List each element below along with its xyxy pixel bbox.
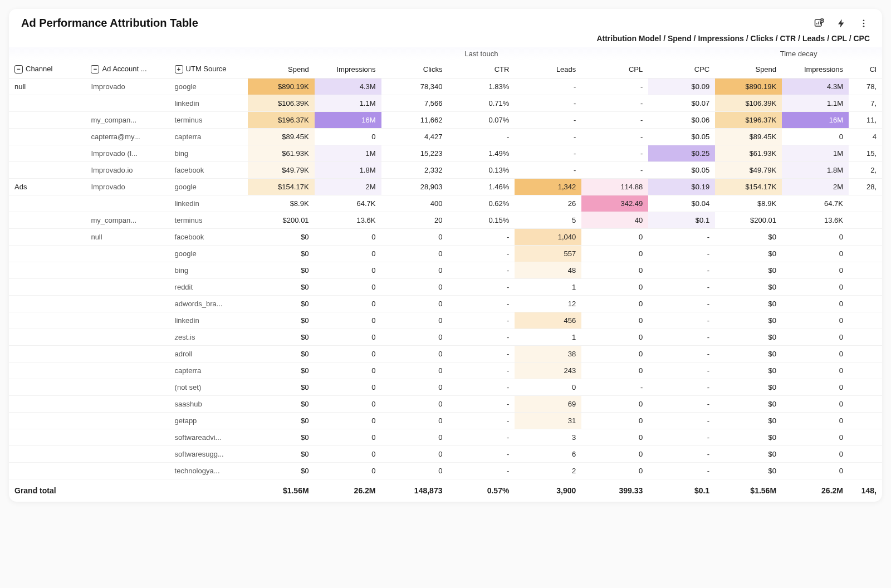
cell-utm-source: google — [169, 179, 248, 195]
cell-metric: 0 — [381, 379, 448, 396]
cell-channel — [9, 329, 85, 346]
cell-metric: $0 — [248, 246, 315, 262]
col-header-impressions[interactable]: Impressions — [315, 60, 381, 79]
cell-metric: 0 — [315, 429, 381, 446]
cell-metric: 0 — [581, 446, 648, 463]
cell-ad-account: Improvado.io — [85, 162, 169, 179]
col-header-spend[interactable]: Spend — [248, 60, 315, 79]
cell-metric: 0 — [782, 379, 849, 396]
cell-metric: $0 — [715, 262, 782, 279]
cell-metric: - — [448, 296, 515, 312]
cell-metric: $154.17K — [715, 179, 782, 195]
table-row: my_compan...terminus$200.0113.6K200.15%5… — [9, 212, 882, 229]
table-row: softwaresugg...$000-60-$00 — [9, 446, 882, 463]
cell-metric: - — [448, 329, 515, 346]
table-row: technologya...$000-20-$00 — [9, 463, 882, 479]
cell-metric: - — [448, 446, 515, 463]
total-clicks: 148,873 — [381, 479, 448, 502]
card-header: Ad Performance Attribution Table — [9, 9, 882, 32]
col-header-ad-account[interactable]: −Ad Account ... — [85, 60, 169, 79]
expand-utm-icon[interactable]: + — [175, 65, 183, 74]
cell-metric: - — [648, 312, 715, 329]
cell-metric: - — [515, 95, 581, 112]
cell-utm-source: adroll — [169, 346, 248, 362]
cell-metric: 0 — [315, 229, 381, 246]
cell-channel — [9, 312, 85, 329]
cell-metric: 0 — [315, 396, 381, 413]
cell-metric: 4.3M — [315, 79, 381, 95]
cell-metric: - — [648, 463, 715, 479]
col-header-cpc[interactable]: CPC — [648, 60, 715, 79]
cell-metric: - — [448, 129, 515, 145]
cell-metric: 28, — [849, 179, 882, 195]
svg-point-2 — [863, 19, 865, 21]
more-menu-icon[interactable] — [858, 17, 870, 30]
cell-metric: 243 — [515, 362, 581, 379]
cell-metric: 0 — [381, 229, 448, 246]
col-header-ctr[interactable]: CTR — [448, 60, 515, 79]
card-title: Ad Performance Attribution Table — [21, 17, 198, 30]
table-row: adwords_bra...$000-120-$00 — [9, 296, 882, 312]
cell-metric: - — [581, 79, 648, 95]
cell-metric: $0.05 — [648, 162, 715, 179]
cell-metric: 0 — [381, 396, 448, 413]
collapse-channel-icon[interactable]: − — [14, 65, 23, 74]
cell-metric: - — [448, 279, 515, 296]
cell-utm-source: technologya... — [169, 463, 248, 479]
cell-channel — [9, 362, 85, 379]
cell-metric: 0 — [782, 446, 849, 463]
cell-metric — [849, 246, 882, 262]
cell-metric: $0 — [715, 229, 782, 246]
cell-metric: 0 — [581, 429, 648, 446]
cell-ad-account — [85, 262, 169, 279]
cell-metric: - — [448, 463, 515, 479]
col-header-utm-source[interactable]: +UTM Source — [169, 60, 248, 79]
cell-metric: $106.39K — [715, 95, 782, 112]
lightning-icon[interactable] — [835, 17, 848, 30]
cell-metric: - — [648, 362, 715, 379]
cell-metric — [849, 379, 882, 396]
col-header-channel[interactable]: −Channel — [9, 60, 85, 79]
cell-metric: - — [448, 246, 515, 262]
col-header-cpl[interactable]: CPL — [581, 60, 648, 79]
table-row: nullfacebook$000-1,0400-$00 — [9, 229, 882, 246]
table-body: nullImprovadogoogle$890.19K4.3M78,3401.8… — [9, 79, 882, 479]
col-header-leads[interactable]: Leads — [515, 60, 581, 79]
col-header-impressions-td[interactable]: Impressions — [782, 60, 849, 79]
cell-channel — [9, 262, 85, 279]
cell-metric: 0 — [581, 396, 648, 413]
cell-utm-source: terminus — [169, 212, 248, 229]
col-header-clicks[interactable]: Clicks — [381, 60, 448, 79]
cell-ad-account — [85, 195, 169, 212]
cell-ad-account: Improvado — [85, 79, 169, 95]
cell-metric: 114.88 — [581, 179, 648, 195]
cell-ad-account: capterra@my... — [85, 129, 169, 145]
table-row: getapp$000-310-$00 — [9, 413, 882, 429]
cell-metric: $49.79K — [248, 162, 315, 179]
table-row: nullImprovadogoogle$890.19K4.3M78,3401.8… — [9, 79, 882, 95]
col-header-spend-td[interactable]: Spend — [715, 60, 782, 79]
group-header-time-decay: Time decay — [715, 47, 882, 60]
cell-metric: - — [448, 429, 515, 446]
cell-metric: $0 — [248, 463, 315, 479]
cell-metric: 1M — [315, 145, 381, 162]
cell-metric: - — [581, 145, 648, 162]
chart-add-icon[interactable] — [813, 17, 825, 30]
cell-utm-source: facebook — [169, 162, 248, 179]
cell-metric: 0 — [381, 246, 448, 262]
cell-metric: 0.15% — [448, 212, 515, 229]
cell-utm-source: zest.is — [169, 329, 248, 346]
table-scroll[interactable]: Last touch Time decay −Channel −Ad Accou… — [9, 47, 882, 502]
col-header-clicks-td[interactable]: Cl — [849, 60, 882, 79]
group-header-row: Last touch Time decay — [9, 47, 882, 60]
cell-metric: 0 — [782, 129, 849, 145]
collapse-adaccount-icon[interactable]: − — [91, 65, 99, 74]
cell-metric: - — [648, 329, 715, 346]
cell-metric: $0 — [248, 396, 315, 413]
cell-metric: 1,040 — [515, 229, 581, 246]
cell-metric: 13.6K — [782, 212, 849, 229]
cell-channel — [9, 346, 85, 362]
table-row: AdsImprovadogoogle$154.17K2M28,9031.46%1… — [9, 179, 882, 195]
cell-metric: $61.93K — [715, 145, 782, 162]
cell-metric: 0 — [581, 329, 648, 346]
